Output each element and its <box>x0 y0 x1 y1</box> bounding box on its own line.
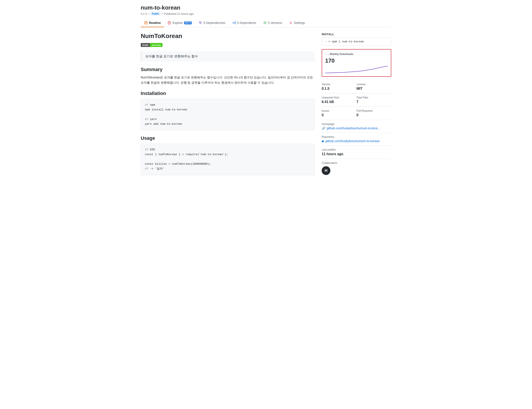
beta-badge: BETA <box>184 21 192 24</box>
pull-requests-value: 0 <box>356 113 391 117</box>
versions-icon <box>263 21 267 25</box>
separator2: • <box>162 12 163 15</box>
svg-point-12 <box>235 23 236 24</box>
dependencies-icon <box>199 21 202 25</box>
tab-readme-label: Readme <box>149 21 161 25</box>
install-command[interactable]: › > npm i num-to-korean <box>322 37 391 46</box>
package-meta: 0.1.5 • Public • Published 11 hours ago <box>141 12 391 15</box>
tab-dependencies-label: 0 Dependencies <box>203 21 225 25</box>
last-publish-label: Last publish <box>322 148 391 151</box>
collaborators-section: Collaborators H <box>322 159 391 177</box>
homepage-link-icon: 🔗 <box>322 127 325 130</box>
svg-point-10 <box>233 22 234 23</box>
tabs-nav: Readme Explore BETA 0 Dependencies 0 Dep… <box>141 19 391 27</box>
tab-dependencies[interactable]: 0 Dependencies <box>195 19 229 27</box>
sidebar-stats: Version 0.1.5 License MIT Unpacked Size … <box>322 80 391 120</box>
tab-versions[interactable]: 5 Versions <box>260 19 285 27</box>
svg-point-18 <box>290 22 291 23</box>
tab-versions-label: 5 Versions <box>268 21 282 25</box>
license-value: MIT <box>356 87 391 91</box>
tab-readme[interactable]: Readme <box>141 19 164 27</box>
version-label: Version <box>322 83 354 86</box>
usage-title: Usage <box>141 135 315 141</box>
main-layout: NumToKorean build passing 숫자를 한글 표기로 변환해… <box>141 33 391 179</box>
pull-requests-label: Pull Requests <box>356 109 391 112</box>
last-publish-value: 11 hours ago <box>322 152 391 156</box>
published-time: Published 11 hours ago <box>164 12 194 15</box>
repository-link-icon: ◆ <box>322 139 324 143</box>
dependents-icon <box>232 21 236 25</box>
summary-text: NumToKorean은 숫자를 한글 표기로 변환해주는 함수입니다. 간단한… <box>141 75 315 85</box>
tab-settings[interactable]: Settings <box>285 19 308 27</box>
repository-link[interactable]: ◆ github.com/huskyhoochu/num-to-korean <box>322 139 391 143</box>
version-value: 0.1.5 <box>322 87 354 91</box>
weekly-downloads-label: ↓ Weekly Downloads <box>328 53 353 56</box>
total-files-value: 7 <box>356 100 391 104</box>
explore-icon <box>168 21 171 25</box>
tab-explore[interactable]: Explore BETA <box>164 19 195 27</box>
readme-title: NumToKorean <box>141 33 315 39</box>
download-arrow-icon: ↓ <box>325 53 326 56</box>
build-label: build <box>141 43 150 47</box>
issues-stat: Issues 0 <box>322 107 356 120</box>
total-files-stat: Total Files 7 <box>356 93 391 107</box>
tab-explore-label: Explore <box>172 21 183 25</box>
weekly-downloads-card: ↓ ↓ Weekly Downloads 170 <box>322 49 391 77</box>
homepage-link[interactable]: 🔗 github.com/huskyhoochu/num-to-kore... <box>322 127 391 130</box>
unpacked-size-value: 6.41 kB <box>322 100 354 104</box>
license-label: License <box>356 83 391 86</box>
weekly-downloads-header: ↓ ↓ Weekly Downloads <box>325 53 388 56</box>
tab-dependents-label: 0 Dependents <box>237 21 256 25</box>
install-label: Install <box>322 33 391 36</box>
unpacked-size-stat: Unpacked Size 6.41 kB <box>322 93 356 107</box>
unpacked-size-label: Unpacked Size <box>322 96 354 99</box>
tab-dependents[interactable]: 0 Dependents <box>229 19 260 27</box>
issues-value: 0 <box>322 113 354 117</box>
settings-icon <box>289 21 293 25</box>
downloads-count: 170 <box>325 57 388 64</box>
build-status: passing <box>150 43 162 47</box>
package-title: num-to-korean <box>141 4 391 11</box>
readme-icon <box>144 21 148 25</box>
installation-title: Installation <box>141 91 315 96</box>
description-box: 숫자를 한글 표기로 변환해주는 함수 <box>141 51 315 62</box>
homepage-label: Homepage <box>322 122 391 126</box>
homepage-url: github.com/huskyhoochu/num-to-kore... <box>327 127 380 130</box>
svg-line-17 <box>265 23 265 23</box>
package-header: num-to-korean 0.1.5 • Public • Published… <box>141 4 391 15</box>
svg-rect-7 <box>199 22 200 23</box>
version-stat: Version 0.1.5 <box>322 80 356 93</box>
collaborators-label: Collaborators <box>322 161 391 165</box>
svg-line-13 <box>234 22 235 23</box>
build-badge: build passing <box>141 43 162 47</box>
package-version: 0.1.5 <box>141 12 147 15</box>
last-publish-section: Last publish 11 hours ago <box>322 146 391 159</box>
visibility-badge: Public <box>151 12 160 15</box>
collaborator-avatar[interactable]: H <box>322 166 330 175</box>
issues-label: Issues <box>322 109 354 112</box>
repository-section: Repository ◆ github.com/huskyhoochu/num-… <box>322 133 391 146</box>
usage-code: // ES5 const { numToKorean } = require('… <box>141 144 315 175</box>
prompt-icon: › <box>325 40 327 43</box>
total-files-label: Total Files <box>356 96 391 99</box>
sidebar: Install › > npm i num-to-korean ↓ ↓ Week… <box>322 33 391 179</box>
svg-point-11 <box>235 21 236 22</box>
homepage-section: Homepage 🔗 github.com/huskyhoochu/num-to… <box>322 120 391 133</box>
summary-title: Summary <box>141 67 315 72</box>
svg-rect-8 <box>200 22 201 23</box>
svg-line-14 <box>234 23 235 23</box>
svg-rect-9 <box>200 23 201 24</box>
install-command-text: > npm i num-to-korean <box>328 40 364 43</box>
separator: • <box>148 12 149 15</box>
tab-settings-label: Settings <box>294 21 305 25</box>
installation-code: // npm npm install num-to-korean // yarn… <box>141 99 315 130</box>
repository-url: github.com/huskyhoochu/num-to-korean <box>325 139 380 143</box>
pull-requests-stat: Pull Requests 0 <box>356 107 391 120</box>
downloads-chart <box>325 65 388 73</box>
repository-label: Repository <box>322 135 391 139</box>
license-stat: License MIT <box>356 80 391 93</box>
main-content: NumToKorean build passing 숫자를 한글 표기로 변환해… <box>141 33 315 179</box>
